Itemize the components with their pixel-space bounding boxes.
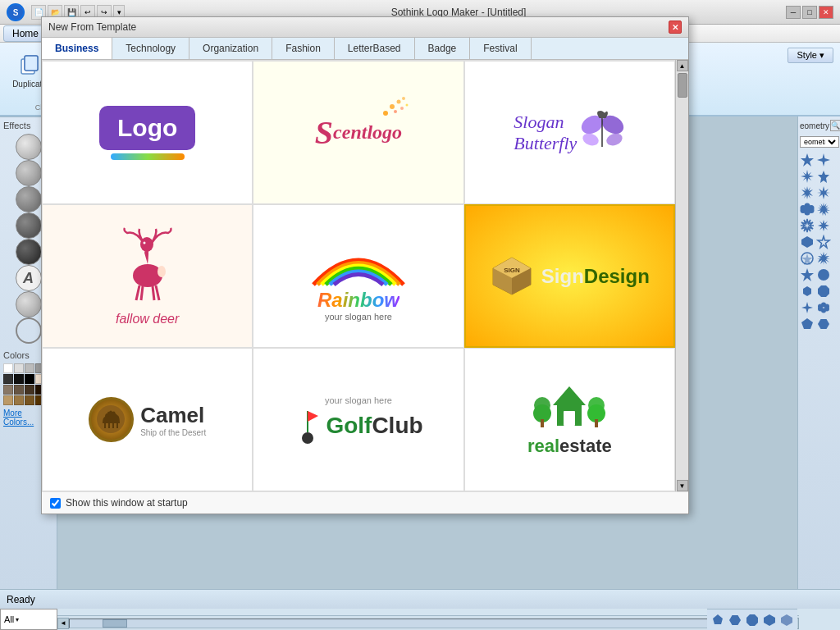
svg-marker-23 [818,236,829,248]
maximize-btn[interactable]: □ [802,6,817,19]
svg-point-53 [140,237,153,252]
hexagon-sm[interactable] [800,284,815,299]
bottom-scroll: ◄ ► [57,615,799,630]
tab-organization[interactable]: Organization [189,38,272,59]
starburst-sm[interactable] [816,218,831,233]
bottom-octagon[interactable] [745,613,760,628]
svg-point-28 [818,269,829,281]
bottom-pentagon[interactable] [710,613,725,628]
starburst-1[interactable] [800,185,815,200]
pentagon[interactable] [800,317,815,331]
h-scroll-track[interactable] [69,619,788,628]
template-deer[interactable]: fallow deer [42,204,253,348]
template-scentlogo[interactable]: S centlogo [253,61,463,204]
star-4pt-solid[interactable] [800,300,815,315]
effect-circle-4[interactable] [16,212,42,239]
effect-circle-1[interactable] [16,134,42,160]
color-swatch[interactable] [3,385,13,395]
flower-1[interactable] [800,202,815,217]
bottom-hexagon-2[interactable] [762,613,777,628]
tab-badge[interactable]: Badge [415,38,471,59]
all-dropdown[interactable]: All ▾ [0,609,57,630]
new-from-template-dialog: New From Template ✕ Business Technology … [41,16,689,514]
ring-star[interactable] [800,251,815,266]
minimize-btn[interactable]: ─ [786,6,801,19]
scroll-thumb[interactable] [678,73,687,98]
star-6pt-2[interactable] [816,169,831,184]
signdesign-words: SignDesign [541,265,650,288]
starburst-ring[interactable] [800,218,815,233]
search-icon[interactable]: 🔍 [830,120,840,131]
close-btn[interactable]: ✕ [819,6,833,19]
color-swatch[interactable] [3,374,13,384]
template-logo-badge[interactable]: Logo [42,61,253,204]
hexagon-flat[interactable] [816,317,831,331]
color-swatch[interactable] [14,363,24,373]
cross-star[interactable] [816,185,831,200]
template-butterfly[interactable]: Slogan Butterfly [464,61,675,204]
style-button[interactable]: Style ▾ [788,48,833,63]
real-word: real [527,436,559,456]
effect-ring[interactable] [16,317,42,344]
svg-marker-19 [817,203,830,216]
star-5pt-outline[interactable] [816,235,831,249]
dialog-close-btn[interactable]: ✕ [669,21,682,34]
color-swatch[interactable] [14,374,24,384]
scentlogo-design: S centlogo [315,113,402,152]
color-swatch[interactable] [25,395,34,405]
color-swatch[interactable] [25,363,34,373]
effect-letter-a[interactable]: A [16,265,42,291]
color-swatch[interactable] [3,363,13,373]
scroll-up-btn[interactable]: ▲ [677,60,688,71]
h-scroll-thumb[interactable] [103,619,127,628]
tab-technology[interactable]: Technology [112,38,189,59]
startup-checkbox[interactable] [50,498,61,509]
tab-letterbased[interactable]: LetterBased [335,38,415,59]
svg-point-42 [397,100,401,104]
bottom-hexagon-3[interactable] [779,613,794,628]
star-burst-lg[interactable] [816,251,831,266]
geometry-label: eometry [800,121,829,130]
shape-row-5 [800,218,838,233]
svg-point-41 [390,104,395,109]
scroll-down-btn[interactable]: ▼ [677,480,688,491]
color-swatch[interactable] [14,395,24,405]
svg-marker-79 [781,614,792,626]
scroll-left-btn[interactable]: ◄ [57,618,69,629]
circle-shape[interactable] [816,267,831,282]
template-rainbow[interactable]: Rainbow your slogan here [253,204,463,348]
tab-festival[interactable]: Festival [470,38,531,59]
template-golfclub[interactable]: your slogan here GolfClub [253,348,463,491]
flower-sm[interactable] [816,300,831,315]
camel-content: Camel Ship of the Desert [89,397,206,442]
effect-circle-3[interactable] [16,186,42,212]
starburst-12pt[interactable] [816,202,831,217]
bottom-hexagon[interactable] [728,613,742,628]
butterfly-design-content: Slogan Butterfly [514,110,625,155]
effect-circle-6[interactable] [16,291,42,317]
shape-row-10 [800,300,838,315]
svg-point-52 [133,264,162,287]
color-swatch[interactable] [3,395,13,405]
star-4pt-1[interactable] [816,153,831,167]
hexagon-1[interactable] [800,235,815,249]
color-swatch[interactable] [14,385,24,395]
effect-circle-2[interactable] [16,160,42,186]
template-content: Logo S centlogo [42,60,688,491]
geometry-select[interactable]: eometry [800,136,839,148]
tab-business[interactable]: Business [42,38,112,59]
template-signdesign[interactable]: SIGN SignDesign [464,204,675,348]
star-8pt-1[interactable] [800,169,815,184]
template-realestate[interactable]: realestate [464,348,675,491]
star-5pt-solid[interactable] [800,267,815,282]
svg-marker-30 [818,285,829,297]
tab-fashion[interactable]: Fashion [272,38,335,59]
star-6pt-1[interactable] [800,153,815,167]
effect-circle-5[interactable] [16,239,42,265]
octagon[interactable] [816,284,831,299]
color-swatch[interactable] [25,385,34,395]
status-text: Ready [7,594,35,605]
color-swatch[interactable] [25,374,34,384]
template-camel[interactable]: Camel Ship of the Desert [42,348,253,491]
svg-point-55 [143,241,145,244]
